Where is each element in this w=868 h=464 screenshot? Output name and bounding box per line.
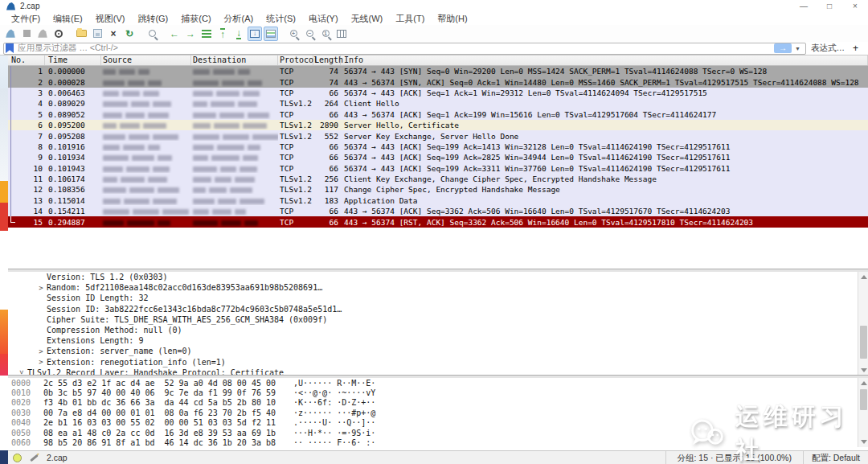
- hex-row[interactable]: 00402e b1 16 03 03 00 55 02 00 00 51 03 …: [8, 418, 868, 428]
- go-to-packet-icon[interactable]: [199, 27, 214, 41]
- expander-icon[interactable]: >: [35, 358, 47, 366]
- column-header-destination[interactable]: Destination: [191, 55, 278, 65]
- save-file-icon[interactable]: [90, 27, 104, 41]
- column-header-no[interactable]: No.: [8, 55, 45, 65]
- zoom-in-icon[interactable]: +: [286, 27, 301, 41]
- stop-capture-icon[interactable]: [19, 27, 34, 41]
- hex-row[interactable]: 00002c 55 d3 e2 1f ac d4 ae 52 9a a0 4d …: [8, 378, 868, 388]
- packet-row[interactable]: 20.000028TCP74443 → 56374 [SYN, ACK] Seq…: [8, 76, 868, 87]
- detail-line[interactable]: Session ID Length: 32: [8, 293, 868, 303]
- go-forward-icon[interactable]: →: [183, 27, 198, 41]
- close-file-icon[interactable]: ×: [106, 27, 121, 41]
- resize-columns-icon[interactable]: [334, 27, 349, 41]
- packet-row[interactable]: 70.095208TLSv1.2552Server Key Exchange, …: [8, 130, 868, 141]
- column-header-protocol[interactable]: Protocol: [278, 55, 313, 65]
- hex-row[interactable]: 005008 ea a1 48 c0 2a cc 0d 16 3d e8 39 …: [8, 428, 868, 437]
- open-file-icon[interactable]: [74, 27, 88, 41]
- detail-line[interactable]: >Random: 5df21108eaa148c02acc0d163de8395…: [8, 282, 868, 293]
- menu-item[interactable]: 文件(F): [5, 12, 47, 25]
- expander-icon[interactable]: >: [18, 367, 26, 376]
- menu-item[interactable]: 分析(A): [218, 12, 260, 25]
- packet-row[interactable]: 110.106174TLSv1.2256Client Key Exchange,…: [8, 174, 868, 184]
- column-header-length[interactable]: Length: [313, 55, 341, 65]
- detail-line[interactable]: Extensions Length: 9: [8, 335, 868, 346]
- packet-row[interactable]: 100.101943TCP6656374 → 443 [ACK] Seq=199…: [8, 163, 868, 174]
- column-header-time[interactable]: Time: [45, 55, 101, 65]
- hex-row[interactable]: 006098 b5 20 86 91 8f a1 bd 46 14 dc 36 …: [8, 437, 868, 447]
- hex-row[interactable]: 003000 7a e8 d4 00 00 01 01 08 0a f6 23 …: [8, 408, 868, 417]
- redacted-source: [101, 175, 191, 183]
- zoom-reset-icon[interactable]: 1: [318, 27, 333, 41]
- status-packet-counts: 分组: 15 · 已显示: 15 (100.0%): [665, 451, 803, 464]
- zoom-out-icon[interactable]: −: [302, 27, 317, 41]
- packet-row[interactable]: 150.294887TCP66443 → 56374 [RST, ACK] Se…: [8, 216, 868, 227]
- scroll-down-icon[interactable]: [861, 368, 867, 372]
- find-packet-icon[interactable]: [145, 27, 159, 41]
- menu-item[interactable]: 编辑(E): [47, 12, 89, 25]
- scroll-thumb[interactable]: [860, 326, 867, 359]
- detail-line[interactable]: Compression Method: null (0): [8, 325, 868, 335]
- packet-row[interactable]: 120.108356TLSv1.2117Change Cipher Spec, …: [8, 184, 868, 195]
- cell-time: 0.006463: [45, 88, 101, 97]
- packet-row[interactable]: 10.000000TCP7456374 → 443 [SYN] Seq=0 Wi…: [8, 66, 868, 76]
- packet-row[interactable]: 60.095200TLSv1.22890Server Hello, Certif…: [8, 120, 868, 130]
- scroll-down-icon[interactable]: [861, 440, 867, 444]
- scroll-up-icon[interactable]: [861, 275, 867, 279]
- display-filter-input[interactable]: 应用显示过滤器 … <Ctrl-/> → ▼: [3, 43, 806, 55]
- filter-bar: 应用显示过滤器 … <Ctrl-/> → ▼ 表达式… +: [0, 42, 868, 55]
- capture-options-icon[interactable]: [51, 27, 66, 41]
- menu-item[interactable]: 视图(V): [89, 12, 132, 25]
- scroll-thumb[interactable]: [860, 389, 867, 410]
- column-header-info[interactable]: Info: [341, 55, 868, 65]
- menu-item[interactable]: 跳转(G): [131, 12, 174, 25]
- go-to-top-icon[interactable]: ↑: [215, 27, 230, 41]
- close-button[interactable]: ×: [842, 0, 868, 12]
- detail-line[interactable]: Session ID: 3ab8222fcc6e1343c16bda8c772b…: [8, 304, 868, 314]
- packet-row[interactable]: 80.101916TCP6656374 → 443 [ACK] Seq=199 …: [8, 142, 868, 152]
- status-bar: 2.cap 分组: 15 · 已显示: 15 (100.0%) 配置: Defa…: [8, 450, 868, 464]
- expander-icon[interactable]: >: [35, 284, 47, 292]
- menu-item[interactable]: 工具(T): [389, 12, 431, 25]
- add-filter-button[interactable]: +: [850, 43, 865, 54]
- auto-scroll-icon[interactable]: ↓: [248, 27, 262, 41]
- expression-button[interactable]: 表达式…: [806, 43, 850, 54]
- packet-row[interactable]: 130.115014TLSv1.2183Application Data: [8, 195, 868, 206]
- packet-row[interactable]: 140.154211TCP66443 → 56374 [ACK] Seq=336…: [8, 206, 868, 216]
- go-back-icon[interactable]: ←: [167, 27, 182, 41]
- maximize-button[interactable]: □: [817, 0, 842, 12]
- scroll-up-icon[interactable]: [861, 381, 867, 385]
- status-profile[interactable]: 配置: Default: [803, 451, 868, 464]
- expert-info-icon[interactable]: [13, 454, 22, 462]
- cell-info: 56374 → 443 [ACK] Seq=1 Ack=1 Win=29312 …: [341, 88, 868, 97]
- reload-file-icon[interactable]: ↻: [122, 27, 137, 41]
- start-capture-icon[interactable]: [3, 27, 18, 41]
- restart-capture-icon[interactable]: [35, 27, 50, 41]
- menu-item[interactable]: 统计(S): [260, 12, 302, 25]
- packet-row[interactable]: 50.089052TCP66443 → 56374 [ACK] Seq=1 Ac…: [8, 109, 868, 120]
- detail-line[interactable]: Cipher Suite: TLS_DHE_RSA_WITH_AES_256_G…: [8, 314, 868, 325]
- hex-row[interactable]: 0020f3 4b 01 bb dc 36 66 3a da 44 cd 5a …: [8, 398, 868, 408]
- packet-row[interactable]: 90.101934TCP6656374 → 443 [ACK] Seq=199 …: [8, 152, 868, 162]
- details-scrollbar[interactable]: [858, 272, 868, 376]
- menu-item[interactable]: 捕获(C): [174, 12, 217, 25]
- filter-dropdown-caret-icon[interactable]: ▼: [792, 46, 804, 51]
- packet-row[interactable]: 40.089029TLSv1.2264Client Hello: [8, 98, 868, 109]
- detail-line[interactable]: Version: TLS 1.2 (0x0303): [8, 272, 868, 282]
- hex-row[interactable]: 00100b 3c b5 97 40 00 40 06 9c 7e da f1 …: [8, 388, 868, 397]
- colorize-icon[interactable]: [264, 27, 278, 41]
- detail-line[interactable]: >Extension: server_name (len=0): [8, 346, 868, 356]
- go-to-bottom-icon[interactable]: ↓: [231, 27, 246, 41]
- capture-comment-icon[interactable]: [30, 454, 38, 461]
- packet-row[interactable]: 30.006463TCP6656374 → 443 [ACK] Seq=1 Ac…: [8, 88, 868, 98]
- detail-line[interactable]: >TLSv1.2 Record Layer: Handshake Protoco…: [8, 368, 868, 376]
- column-header-source[interactable]: Source: [101, 55, 191, 65]
- detail-line[interactable]: >Extension: renegotiation_info (len=1): [8, 357, 868, 368]
- filter-bookmark-icon[interactable]: [6, 43, 14, 53]
- menu-item[interactable]: 电话(Y): [302, 12, 345, 25]
- expander-icon[interactable]: >: [35, 347, 47, 355]
- apply-filter-button[interactable]: →: [774, 43, 792, 53]
- minimize-button[interactable]: —: [791, 0, 817, 12]
- menu-item[interactable]: 无线(W): [345, 12, 390, 25]
- hex-scrollbar[interactable]: [858, 378, 868, 447]
- menu-item[interactable]: 帮助(H): [431, 12, 473, 25]
